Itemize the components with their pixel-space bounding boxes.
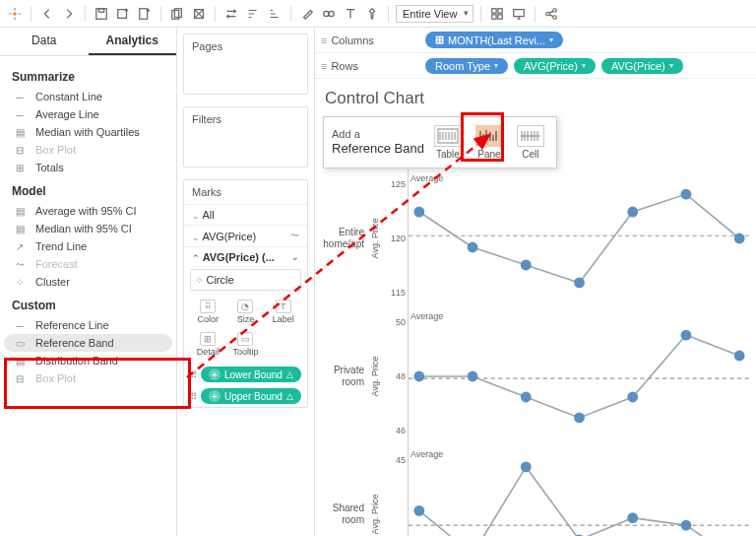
text-icon[interactable] xyxy=(342,5,359,23)
pin-icon[interactable] xyxy=(363,5,381,23)
analytics-constant-line[interactable]: ⸺Constant Line xyxy=(0,88,176,105)
summarize-header: Summarize xyxy=(0,62,176,88)
top-toolbar: Entire View xyxy=(0,0,756,28)
svg-rect-13 xyxy=(498,14,502,18)
axis-ticks: 125120115 xyxy=(382,169,408,307)
analytics-trend-line[interactable]: ↗Trend Line xyxy=(0,237,176,255)
totals-icon: ⊞ xyxy=(12,163,28,173)
svg-point-38 xyxy=(521,461,532,472)
marks-card: Marks ⌄ All ⌄ AVG(Price)〜 ⌃ AVG(Price) (… xyxy=(183,179,308,408)
label-icon: T xyxy=(276,300,291,313)
svg-point-29 xyxy=(468,371,478,382)
axis-label: Avg. Price xyxy=(368,169,382,307)
band-icon: ▤ xyxy=(12,224,28,234)
drop-target-popup: Add a Reference Band Table Pane Cell xyxy=(323,116,557,168)
cell-scope-icon xyxy=(517,125,544,147)
new-data-icon[interactable] xyxy=(114,5,132,23)
cards-column: Pages Filters Marks ⌄ All ⌄ AVG(Price)〜 … xyxy=(177,28,315,536)
svg-rect-11 xyxy=(498,8,502,12)
svg-rect-2 xyxy=(98,8,103,12)
present-icon[interactable] xyxy=(510,5,528,23)
drop-cell[interactable]: Cell xyxy=(513,123,548,162)
boxplot-icon: ⊟ xyxy=(12,373,28,384)
analytics-forecast: ⤳Forecast xyxy=(0,255,176,273)
plot-pane[interactable]: Average xyxy=(408,445,750,536)
fit-select[interactable]: Entire View xyxy=(396,5,473,23)
highlight-icon[interactable] xyxy=(298,5,316,23)
svg-point-28 xyxy=(413,371,424,382)
mark-tooltip[interactable]: ▭Tooltip xyxy=(227,329,263,360)
analytics-median-ci[interactable]: ▤Median with 95% CI xyxy=(0,220,176,237)
pill-room-type[interactable]: Room Type▾ xyxy=(425,58,508,74)
refband-icon: ▭ xyxy=(12,338,28,349)
svg-point-40 xyxy=(627,512,638,523)
marks-avg2[interactable]: ⌃ AVG(Price) (...⌄ xyxy=(184,246,307,267)
analytics-average-line[interactable]: ⸺Average Line xyxy=(0,105,176,123)
line-icon: ⸺ xyxy=(12,109,28,120)
row-header: Entirehome/apt xyxy=(319,169,368,307)
analytics-totals[interactable]: ⊞Totals xyxy=(0,159,176,176)
svg-point-26 xyxy=(734,234,745,244)
group-icon[interactable] xyxy=(320,5,338,23)
analytics-median-quartiles[interactable]: ▤Median with Quartiles xyxy=(0,123,176,141)
pane-scope-icon xyxy=(475,125,503,147)
marks-avg1[interactable]: ⌄ AVG(Price)〜 xyxy=(184,225,307,246)
tab-analytics[interactable]: Analytics xyxy=(89,28,177,55)
analytics-ref-line[interactable]: ⸺Reference Line xyxy=(0,316,176,334)
pill-avg-price-2[interactable]: AVG(Price)▾ xyxy=(601,58,683,74)
new-sheet-icon[interactable] xyxy=(136,5,154,23)
svg-point-16 xyxy=(553,8,557,12)
svg-point-24 xyxy=(627,207,638,218)
mark-type-select[interactable]: Circle xyxy=(190,269,301,291)
analytics-sidebar: Data Analytics Summarize ⸺Constant Line … xyxy=(0,28,177,536)
pill-lower-bound[interactable]: ⠿Lower Bound xyxy=(184,364,307,385)
analytics-dist-band[interactable]: ▤Distribution Band xyxy=(0,352,176,369)
pill-month[interactable]: ⊞MONTH(Last Revi...▾ xyxy=(425,32,563,48)
sort-asc-icon[interactable] xyxy=(244,5,262,23)
svg-point-9 xyxy=(329,11,334,16)
drop-pane[interactable]: Pane xyxy=(472,123,507,162)
analytics-avg-ci[interactable]: ▤Average with 95% CI xyxy=(0,202,176,220)
sort-desc-icon[interactable] xyxy=(266,5,284,23)
analytics-cluster[interactable]: ⁘Cluster xyxy=(0,273,176,291)
drop-table[interactable]: Table xyxy=(430,123,466,162)
rows-shelf[interactable]: ≡Rows Room Type▾ AVG(Price)▾ AVG(Price)▾ xyxy=(315,53,756,79)
axis-label: Avg. Price xyxy=(368,445,382,536)
showme-icon[interactable] xyxy=(488,5,506,23)
tab-data[interactable]: Data xyxy=(0,28,89,55)
grip-icon: ⠿ xyxy=(190,369,197,380)
row-header: Sharedroom xyxy=(319,445,368,536)
save-icon[interactable] xyxy=(93,5,110,23)
mark-label[interactable]: TLabel xyxy=(266,297,301,327)
svg-point-25 xyxy=(681,189,692,200)
back-icon[interactable] xyxy=(38,5,56,23)
forward-icon[interactable] xyxy=(60,5,78,23)
sheet-title[interactable]: Control Chart xyxy=(325,89,746,108)
plot-pane[interactable]: Average xyxy=(408,307,750,445)
axis-ticks: 504846 xyxy=(382,307,408,445)
pill-avg-price-1[interactable]: AVG(Price)▾ xyxy=(514,58,596,74)
mark-size[interactable]: ◔Size xyxy=(227,297,263,327)
duplicate-icon[interactable] xyxy=(168,5,186,23)
mark-detail[interactable]: ⊞Detail xyxy=(190,329,225,360)
clear-icon[interactable] xyxy=(190,5,208,23)
swap-icon[interactable] xyxy=(222,5,240,23)
refline-icon: ⸺ xyxy=(12,320,28,331)
analytics-ref-band[interactable]: ▭Reference Band xyxy=(4,334,172,352)
svg-point-21 xyxy=(468,242,478,253)
plot-pane[interactable]: Average xyxy=(408,169,750,307)
svg-rect-12 xyxy=(492,14,496,18)
share-icon[interactable] xyxy=(542,5,560,23)
marks-all[interactable]: ⌄ All xyxy=(184,204,307,225)
columns-icon: ≡ xyxy=(321,34,327,46)
columns-shelf[interactable]: ≡Columns ⊞MONTH(Last Revi...▾ xyxy=(315,28,756,53)
svg-point-34 xyxy=(734,351,745,362)
reference-label: Average xyxy=(410,449,443,459)
band-icon: ▤ xyxy=(12,127,28,138)
line-icon: ⸺ xyxy=(12,92,28,102)
boxplot-icon: ⊟ xyxy=(12,145,28,156)
filters-card[interactable]: Filters xyxy=(183,106,308,168)
mark-color[interactable]: ⠿Color xyxy=(190,297,225,327)
pill-upper-bound[interactable]: ⠿Upper Bound xyxy=(184,385,307,407)
pages-card[interactable]: Pages xyxy=(183,34,308,95)
